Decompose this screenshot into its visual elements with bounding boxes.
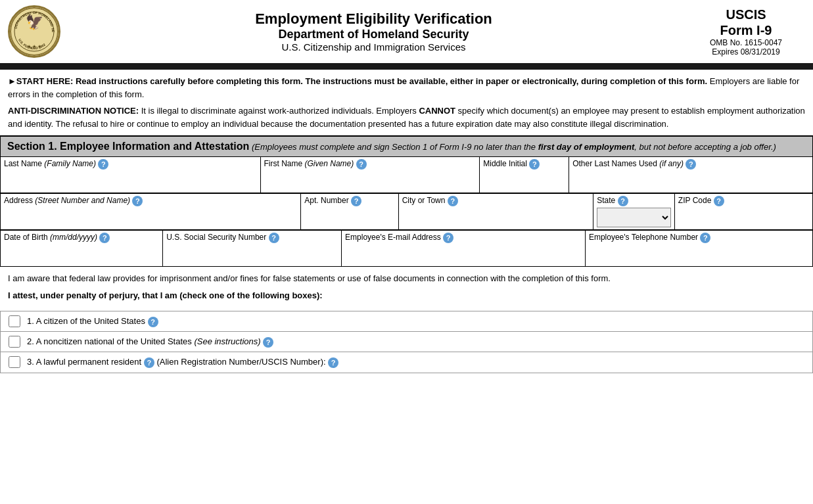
dob-help-icon[interactable]: ?	[99, 233, 110, 243]
citizen-help-icon[interactable]: ?	[148, 317, 158, 327]
zip-label: ZIP Code ?	[678, 196, 809, 206]
form-agency-title: U.S. Citizenship and Immigration Service…	[74, 41, 674, 53]
state-help-icon[interactable]: ?	[618, 196, 628, 206]
citizen-label: 1. A citizen of the United States ?	[27, 315, 158, 327]
phone-help-icon[interactable]: ?	[700, 233, 710, 243]
city-label: City or Town ?	[402, 196, 590, 206]
permanent-resident-label: 3. A lawful permanent resident ? (Alien …	[27, 356, 338, 368]
city-help-icon[interactable]: ?	[448, 196, 458, 206]
middle-initial-label: Middle Initial ?	[483, 159, 565, 170]
start-here-label: ►START HERE: Read instructions carefully…	[8, 76, 707, 86]
other-names-input[interactable]	[572, 171, 809, 191]
first-name-help-icon[interactable]: ?	[356, 159, 367, 170]
notice-section: ►START HERE: Read instructions carefully…	[0, 70, 813, 136]
email-label: Employee's E-mail Address ?	[345, 233, 582, 243]
form-main-title: Employment Eligibility Verification	[74, 11, 674, 28]
header-right: USCIS Form I-9 OMB No. 1615-0047 Expires…	[687, 7, 805, 57]
phone-label: Employee's Telephone Number ?	[589, 233, 809, 243]
ssn-cell: U.S. Social Security Number ?	[163, 231, 342, 267]
last-name-help-icon[interactable]: ?	[98, 159, 108, 170]
fields-table-row2: Address (Street Number and Name) ? Apt. …	[0, 193, 813, 230]
apt-help-icon[interactable]: ?	[351, 196, 361, 206]
middle-initial-help-icon[interactable]: ?	[529, 159, 540, 170]
noncitizen-label: 2. A noncitizen national of the United S…	[27, 336, 273, 348]
last-name-cell: Last Name (Family Name) ?	[1, 157, 261, 193]
expiry-date: Expires 08/31/2019	[687, 47, 805, 57]
first-name-label: First Name (Given Name) ?	[264, 159, 476, 170]
middle-initial-cell: Middle Initial ?	[480, 157, 569, 193]
dob-label: Date of Birth (mm/dd/yyyy) ?	[4, 233, 159, 243]
phone-input[interactable]	[589, 244, 809, 264]
other-names-cell: Other Last Names Used (if any) ?	[569, 157, 813, 193]
state-select[interactable]: ALAKAZAR CACOCTDE FLGAHIID ILINIAKS KYLA…	[597, 208, 671, 227]
dob-input[interactable]	[4, 244, 159, 264]
citizen-checkbox[interactable]	[9, 315, 20, 327]
middle-initial-input[interactable]	[483, 171, 565, 191]
attestation-para1: I am aware that federal law provides for…	[8, 272, 805, 285]
state-cell: State ? ALAKAZAR CACOCTDE FLGAHIID ILINI…	[593, 194, 675, 230]
checkbox-row-2[interactable]: 2. A noncitizen national of the United S…	[0, 331, 813, 352]
start-here-notice: ►START HERE: Read instructions carefully…	[8, 75, 805, 101]
form-dept-title: Department of Homeland Security	[74, 28, 674, 41]
anti-disc-notice: ANTI-DISCRIMINATION NOTICE: It is illega…	[8, 104, 805, 130]
other-names-help-icon[interactable]: ?	[685, 159, 696, 170]
noncitizen-checkbox[interactable]	[9, 336, 20, 348]
form-id-text: USCIS Form I-9	[720, 7, 772, 37]
zip-cell: ZIP Code ?	[674, 194, 812, 230]
address-label: Address (Street Number and Name) ?	[4, 196, 297, 206]
form-id-title: USCIS Form I-9	[687, 7, 805, 38]
last-name-input[interactable]	[4, 171, 257, 191]
phone-cell: Employee's Telephone Number ?	[585, 231, 812, 267]
section1-subtitle: (Employees must complete and sign Sectio…	[252, 142, 776, 152]
permanent-resident-checkbox[interactable]	[9, 356, 20, 368]
address-input[interactable]	[4, 208, 297, 227]
first-name-cell: First Name (Given Name) ?	[260, 157, 480, 193]
form-header: 🦅 DEPARTMENT OF HOMELAND SECURITY U.S. F…	[0, 0, 813, 66]
checkbox-row-1[interactable]: 1. A citizen of the United States ?	[0, 311, 813, 331]
checkbox-row-3[interactable]: 3. A lawful permanent resident ? (Alien …	[0, 352, 813, 373]
header-center: Employment Eligibility Verification Depa…	[60, 11, 687, 53]
fields-table-row1: Last Name (Family Name) ? First Name (Gi…	[0, 156, 813, 193]
city-cell: City or Town ?	[398, 194, 593, 230]
dhs-seal: 🦅 DEPARTMENT OF HOMELAND SECURITY U.S. F…	[8, 5, 60, 58]
email-cell: Employee's E-mail Address ?	[342, 231, 586, 267]
attestation-para2: I attest, under penalty of perjury, that…	[8, 289, 805, 302]
fields-table-row3: Date of Birth (mm/dd/yyyy) ? U.S. Social…	[0, 230, 813, 267]
section1-header: Section 1. Employee Information and Atte…	[0, 136, 813, 156]
svg-text:★ ★ ★: ★ ★ ★	[27, 44, 41, 49]
email-input[interactable]	[345, 244, 582, 264]
last-name-label: Last Name (Family Name) ?	[4, 159, 257, 170]
ssn-help-icon[interactable]: ?	[269, 233, 279, 243]
attestation-section: I am aware that federal law provides for…	[0, 267, 813, 311]
dob-cell: Date of Birth (mm/dd/yyyy) ?	[1, 231, 163, 267]
section1-title: Section 1. Employee Information and Atte…	[7, 141, 249, 152]
apt-input[interactable]	[304, 208, 394, 227]
address-cell: Address (Street Number and Name) ?	[1, 194, 301, 230]
zip-input[interactable]	[678, 208, 809, 227]
other-names-label: Other Last Names Used (if any) ?	[572, 159, 809, 170]
alien-number-help-icon[interactable]: ?	[328, 357, 338, 368]
apt-cell: Apt. Number ?	[301, 194, 398, 230]
first-name-input[interactable]	[264, 171, 476, 191]
state-label: State ?	[597, 196, 671, 206]
ssn-input[interactable]	[166, 244, 338, 264]
anti-disc-label: ANTI-DISCRIMINATION NOTICE:	[8, 106, 139, 116]
ssn-label: U.S. Social Security Number ?	[166, 233, 338, 243]
zip-help-icon[interactable]: ?	[714, 196, 724, 206]
city-input[interactable]	[402, 208, 590, 227]
address-help-icon[interactable]: ?	[132, 196, 143, 206]
omb-number: OMB No. 1615-0047	[687, 38, 805, 47]
noncitizen-help-icon[interactable]: ?	[263, 337, 273, 348]
email-help-icon[interactable]: ?	[443, 233, 453, 243]
apt-label: Apt. Number ?	[304, 196, 394, 206]
perm-resident-help-icon[interactable]: ?	[144, 357, 154, 368]
